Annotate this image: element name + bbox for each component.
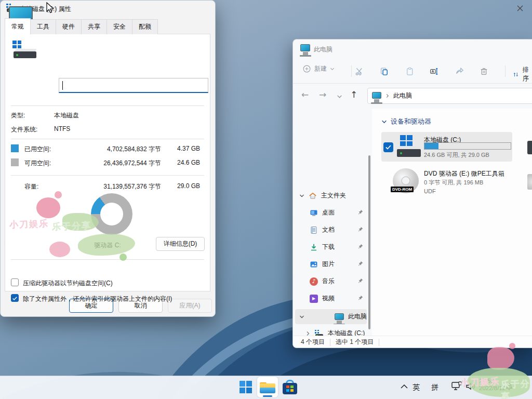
explorer-title: 此电脑 (314, 45, 332, 54)
desktop: { "desktop": { "icons": [ {"label": "此电脑… (0, 0, 532, 399)
tile-checkbox[interactable] (383, 142, 393, 152)
dvd-large-icon: DVD-ROM (393, 168, 419, 193)
volume-tray-icon[interactable] (466, 382, 476, 391)
index-checkbox[interactable] (11, 294, 19, 302)
copy-button[interactable] (375, 64, 393, 78)
sort-button[interactable]: 排序 (512, 65, 532, 83)
sidebar-item-documents[interactable]: 文档 (295, 222, 367, 237)
rename-icon (429, 66, 439, 76)
sort-button-label: 排序 (523, 65, 532, 83)
cut-button[interactable] (350, 64, 368, 78)
tray-clock[interactable]: 14:55 2022/8/12 (479, 377, 506, 392)
free-space-bytes: 26,436,972,544 字节 (83, 159, 161, 168)
chevron-down-icon (330, 66, 335, 71)
paste-button[interactable] (401, 64, 418, 78)
sidebar-item-pictures[interactable]: 图片 (295, 257, 367, 272)
sort-arrows-icon (512, 70, 520, 79)
sidebar-item-videos[interactable]: ▶ 视频 (295, 291, 367, 306)
new-button[interactable]: 新建 (302, 64, 335, 73)
sidebar-item-downloads[interactable]: 下载 (295, 240, 367, 255)
sidebar-item-label: 文档 (322, 225, 335, 234)
pin-icon[interactable] (357, 226, 364, 233)
ime-pinyin-indicator[interactable]: 拼 (431, 383, 438, 392)
pin-icon[interactable] (357, 295, 364, 301)
clock-time: 14:55 (479, 377, 506, 384)
used-space-bytes: 4,702,584,832 字节 (83, 145, 161, 154)
sidebar-item-this-pc[interactable]: 此电脑 (295, 309, 367, 324)
explorer-content: 设备和驱动器 本地磁盘 (C:) 24.6 GB 可用, 共 29.0 GB (372, 109, 532, 336)
tray-chevron-up-icon[interactable] (400, 383, 408, 390)
ime-language-indicator[interactable]: 英 (413, 383, 420, 392)
sidebar-item-home[interactable]: 主文件夹 (295, 188, 367, 203)
this-pc-mini-icon (372, 92, 381, 99)
sidebar-item-label: 桌面 (322, 208, 335, 217)
capacity-size: 29.0 GB (166, 182, 200, 190)
close-icon[interactable] (516, 5, 524, 12)
file-explorer-icon (260, 381, 275, 393)
pin-icon[interactable] (357, 243, 364, 250)
tab-hardware[interactable]: 硬件 (56, 19, 82, 34)
share-button[interactable] (450, 64, 468, 78)
tab-security[interactable]: 安全 (107, 19, 132, 34)
sidebar-item-label: 下载 (322, 243, 335, 251)
details-button[interactable]: 详细信息(D) (156, 237, 205, 251)
desktop-folder-icon (310, 209, 318, 217)
sidebar-item-label: 此电脑 (348, 312, 367, 321)
pin-icon[interactable] (357, 277, 364, 284)
compress-checkbox-label: 压缩此驱动器以节约磁盘空间(C) (23, 279, 113, 288)
videos-icon: ▶ (310, 295, 318, 303)
volume-label-input[interactable] (59, 78, 208, 93)
partial-drive-icon (527, 141, 532, 154)
partial-dvd-icon (527, 174, 532, 190)
forward-icon[interactable]: → (319, 89, 326, 100)
taskbar-file-explorer[interactable] (257, 377, 278, 397)
type-label: 类型: (11, 111, 25, 120)
notifications-bell-icon[interactable]: z (504, 381, 514, 391)
sidebar-item-desktop[interactable]: 桌面 (295, 205, 367, 220)
sidebar-item-label: 主文件夹 (321, 191, 346, 200)
pin-icon[interactable] (357, 260, 364, 267)
compress-checkbox[interactable] (11, 278, 19, 286)
capacity-bytes: 31,139,557,376 字节 (83, 182, 161, 191)
tab-quota[interactable]: 配额 (132, 19, 158, 34)
history-chevron-icon[interactable] (337, 94, 342, 99)
taskbar-microsoft-store[interactable] (280, 377, 300, 397)
drive-tile-dvd-e[interactable]: DVD-ROM DVD 驱动器 (E:) 微PE工具箱 0 字节 可用, 共 1… (381, 166, 512, 198)
section-devices-and-drives[interactable]: 设备和驱动器 (381, 117, 431, 126)
free-space-legend (11, 158, 19, 166)
check-icon (383, 142, 393, 152)
rename-button[interactable] (425, 64, 443, 78)
free-space-label: 可用空间: (24, 159, 51, 168)
sidebar-scrollbar[interactable] (368, 155, 370, 329)
explorer-statusbar: 4 个项目 选中 1 个项目 (293, 336, 532, 348)
microsoft-store-icon (283, 380, 297, 394)
clock-date: 2022/8/12 (479, 384, 506, 392)
drive-tile-c[interactable]: 本地磁盘 (C:) 24.6 GB 可用, 共 29.0 GB (381, 132, 512, 162)
home-icon (309, 192, 317, 200)
start-button[interactable] (235, 377, 256, 397)
drive-info: 24.6 GB 可用, 共 29.0 GB (424, 151, 489, 159)
drive-name: DVD 驱动器 (E:) 微PE工具箱 (424, 169, 504, 178)
delete-button[interactable] (475, 64, 493, 78)
sidebar-item-music[interactable]: ♪ 音乐 (295, 274, 367, 289)
pin-icon[interactable] (357, 209, 364, 216)
breadcrumb-chevron-icon (385, 94, 390, 98)
tab-tools[interactable]: 工具 (30, 19, 56, 34)
music-icon: ♪ (310, 277, 318, 286)
up-icon[interactable]: ↑ (350, 89, 357, 100)
breadcrumb: 此电脑 (393, 91, 412, 100)
check-icon (11, 295, 18, 302)
tab-sharing[interactable]: 共享 (81, 19, 107, 34)
explorer-window-icon (300, 44, 310, 51)
address-bar[interactable]: 此电脑 (367, 88, 532, 104)
dialog-tab-strip: 常规 工具 硬件 共享 安全 配额 (5, 20, 157, 34)
tab-page-general: 类型: 本地磁盘 文件系统: NTFS 已用空间: 4,702,584,832 … (5, 34, 210, 291)
sidebar-item-label: 视频 (322, 294, 335, 303)
back-icon[interactable]: ← (301, 89, 309, 100)
tab-general[interactable]: 常规 (5, 18, 31, 34)
drive-filesystem: UDF (424, 188, 436, 194)
chevron-down-icon (299, 193, 304, 198)
apply-button[interactable]: 应用(A) (168, 299, 212, 313)
network-tray-icon[interactable] (451, 381, 462, 391)
used-space-label: 已用空间: (24, 145, 51, 154)
